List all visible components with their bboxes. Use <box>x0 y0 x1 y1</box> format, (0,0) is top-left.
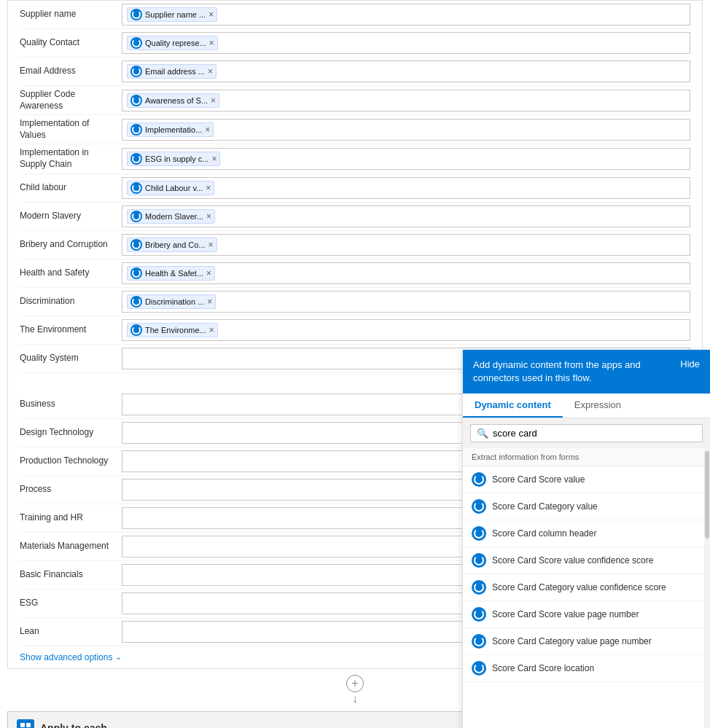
list-item-score-page-number[interactable]: Score Card Score value page number <box>463 601 710 628</box>
label-esg: ESG <box>20 598 122 609</box>
input-bribery[interactable]: Bribery and Co... × <box>122 234 690 256</box>
tag-close[interactable]: × <box>211 95 216 106</box>
tag-box: Awareness of S... × <box>122 90 690 111</box>
input-supplier-name[interactable]: Supplier name ... × <box>122 4 690 26</box>
list-item-category-page-number[interactable]: Score Card Category value page number <box>463 628 710 655</box>
list-item-score-location[interactable]: Score Card Score location <box>463 655 710 682</box>
input-impl-supply-chain[interactable]: ESG in supply c... × <box>122 148 690 170</box>
panel-search-area: 🔍 <box>463 418 710 448</box>
form-row-quality-contact: Quality Contact Quality represe... × <box>20 29 690 58</box>
input-health-safety[interactable]: Health & Safet... × <box>122 262 690 284</box>
item-label-score-value: Score Card Score value <box>492 474 585 485</box>
tag-icon <box>130 9 142 20</box>
tag-close[interactable]: × <box>206 183 211 193</box>
list-item-score-confidence[interactable]: Score Card Score value confidence score <box>463 547 710 574</box>
tag-icon <box>130 95 142 106</box>
tag-close-supplier-name[interactable]: × <box>208 9 214 20</box>
add-step-button[interactable]: + <box>346 675 364 692</box>
tag[interactable]: Health & Safet... × <box>127 266 215 281</box>
input-modern-slavery[interactable]: Modern Slaver... × <box>122 206 690 227</box>
form-row-impl-supply-chain: Implementation in Supply Chain ESG in su… <box>20 144 690 173</box>
input-email[interactable]: Email address ... × <box>122 60 690 82</box>
form-row-health-safety: Health and Safety Health & Safet... × <box>20 259 690 288</box>
svg-rect-0 <box>20 723 25 727</box>
tag-close[interactable]: × <box>206 268 211 278</box>
list-item-category-value[interactable]: Score Card Category value <box>463 493 710 520</box>
content-list: Extract information from forms Score Car… <box>463 448 710 682</box>
tag[interactable]: Discrimination ... × <box>127 294 216 309</box>
tag-text: Implementatio... <box>145 125 202 134</box>
tag[interactable]: The Environme... × <box>127 323 218 337</box>
form-row-modern-slavery: Modern Slavery Modern Slaver... × <box>20 203 690 231</box>
label-quality-system: Quality System <box>20 353 122 364</box>
label-health-safety: Health and Safety <box>20 267 122 279</box>
tag-box-quality-contact: Quality represe... × <box>122 32 690 54</box>
tag-box: Child Labour v... × <box>122 177 690 199</box>
tag-text: Quality represe... <box>145 39 206 47</box>
tab-dynamic-content[interactable]: Dynamic content <box>463 394 563 418</box>
item-icon <box>472 553 486 568</box>
form-row-discrimination: Discrimination Discrimination ... × <box>20 288 690 316</box>
tab-expression[interactable]: Expression <box>563 394 633 418</box>
input-discrimination[interactable]: Discrimination ... × <box>122 291 690 313</box>
label-impl-values: Implementation of Values <box>20 118 122 141</box>
input-child-labour[interactable]: Child Labour v... × <box>122 177 690 199</box>
tag-icon <box>130 37 142 49</box>
label-environment: The Environment <box>20 324 122 336</box>
list-item-column-header[interactable]: Score Card column header <box>463 520 710 547</box>
scrollbar[interactable] <box>704 448 710 728</box>
tag[interactable]: Awareness of S... × <box>127 93 219 108</box>
form-row-environment: The Environment The Environme... × <box>20 316 690 345</box>
tag-email[interactable]: Email address ... × <box>127 64 216 79</box>
tag-close[interactable]: × <box>209 325 214 335</box>
label-design-tech: Design Technology <box>20 427 122 439</box>
form-row-supplier-code: Supplier Code Awareness Awareness of S..… <box>20 86 690 115</box>
input-quality-contact[interactable]: Quality represe... × <box>122 32 690 54</box>
tag[interactable]: ESG in supply c... × <box>127 152 220 166</box>
tag[interactable]: Child Labour v... × <box>127 181 214 195</box>
item-label-score-location: Score Card Score location <box>492 663 594 673</box>
tag-close[interactable]: × <box>209 38 214 48</box>
tag-box: Discrimination ... × <box>122 291 690 313</box>
form-row-supplier-name: Supplier name Supplier name ... × <box>20 1 690 29</box>
item-label-score-confidence: Score Card Score value confidence score <box>492 555 653 565</box>
tag-close[interactable]: × <box>208 66 213 77</box>
list-item-category-confidence[interactable]: Score Card Category value confidence sco… <box>463 574 710 601</box>
panel-hide-button[interactable]: Hide <box>680 359 700 369</box>
label-discrimination: Discrimination <box>20 296 122 308</box>
tag-text: Discrimination ... <box>145 297 204 306</box>
tag-icon <box>130 66 142 77</box>
item-icon <box>472 580 486 595</box>
tag-icon <box>130 267 142 279</box>
tag-supplier-name[interactable]: Supplier name ... × <box>127 7 217 22</box>
item-label-category-value: Score Card Category value <box>492 501 598 512</box>
show-advanced-button[interactable]: Show advanced options ⌄ <box>8 646 133 668</box>
input-environment[interactable]: The Environme... × <box>122 319 690 341</box>
tag-quality-contact[interactable]: Quality represe... × <box>127 36 218 50</box>
tag-close[interactable]: × <box>206 211 211 222</box>
panel-tabs: Dynamic content Expression <box>463 394 710 418</box>
item-icon <box>472 634 486 649</box>
tag[interactable]: Modern Slaver... × <box>127 209 215 224</box>
tag-close[interactable]: × <box>208 240 214 250</box>
label-production-tech: Production Technology <box>20 455 122 467</box>
label-child-labour: Child labour <box>20 182 122 194</box>
label-quality-contact: Quality Contact <box>20 37 122 49</box>
tag-close[interactable]: × <box>211 154 216 164</box>
search-input[interactable] <box>493 428 696 439</box>
tag-text: Awareness of S... <box>145 96 208 105</box>
tag-close[interactable]: × <box>205 125 210 135</box>
tag-text: ESG in supply c... <box>145 154 208 163</box>
item-label-column-header: Score Card column header <box>492 528 596 539</box>
input-impl-values[interactable]: Implementatio... × <box>122 119 690 141</box>
input-supplier-code[interactable]: Awareness of S... × <box>122 90 690 111</box>
list-item-score-value[interactable]: Score Card Score value <box>463 466 710 493</box>
item-icon <box>472 526 486 541</box>
tag-box: The Environme... × <box>122 319 690 341</box>
form-row-bribery: Bribery and Corruption Bribery and Co...… <box>20 231 690 259</box>
tag-icon <box>130 124 142 136</box>
tag-text: Email address ... <box>145 67 205 76</box>
tag-close[interactable]: × <box>207 297 212 307</box>
tag[interactable]: Bribery and Co... × <box>127 238 217 252</box>
tag[interactable]: Implementatio... × <box>127 122 214 137</box>
